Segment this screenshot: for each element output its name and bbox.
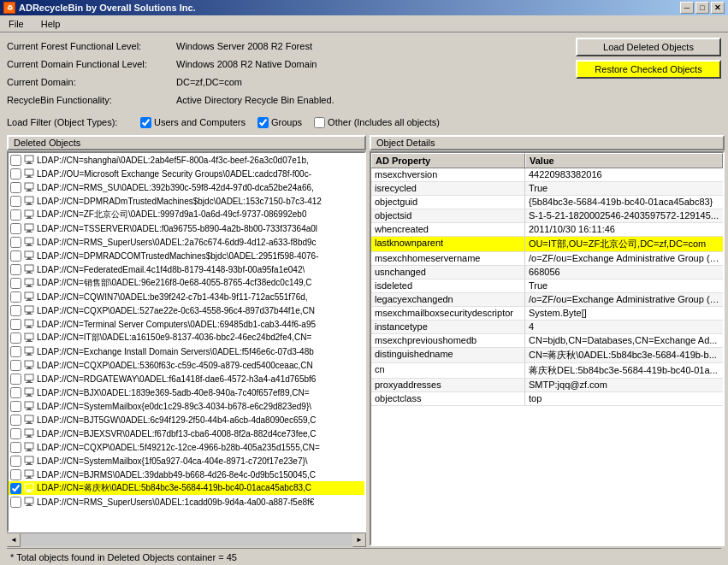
list-item[interactable]: LDAP://CN=BJRMS\0ADEL:39dabb49-b668-4d26…	[9, 468, 364, 481]
list-item-checkbox[interactable]	[10, 428, 21, 439]
list-item-checkbox[interactable]	[10, 223, 21, 234]
list-item[interactable]: LDAP://CN=RMS_SuperUsers\0ADEL:1cadd09b-…	[9, 495, 364, 509]
list-item-checkbox[interactable]	[10, 456, 21, 467]
svg-rect-14	[26, 218, 33, 219]
svg-rect-70	[27, 476, 31, 478]
list-item-checkbox[interactable]	[10, 469, 21, 480]
list-item[interactable]: LDAP://CN=RMS_SuperUsers\0ADEL:2a76c674-…	[9, 235, 364, 249]
other-checkbox[interactable]	[314, 117, 325, 128]
list-item-checkbox[interactable]	[10, 305, 21, 316]
domain-level-row: Current Domain Functional Level: Windows…	[7, 56, 565, 73]
svg-rect-10	[27, 203, 31, 204]
list-item[interactable]: LDAP://CN=CQXP\0ADEL:5f49212c-12ce-4966-…	[9, 440, 364, 454]
list-item-checkbox[interactable]	[10, 442, 21, 453]
list-item-checkbox[interactable]	[10, 264, 21, 275]
list-item[interactable]: LDAP://CN=BJEXSVR\0ADEL:f67dbf13-cba6-40…	[9, 427, 364, 440]
list-item-checkbox[interactable]	[10, 209, 21, 221]
left-horizontal-scrollbar[interactable]: ◄ ►	[7, 533, 366, 546]
list-item[interactable]: LDAP://CN=TSSERVER\0ADEL:f0a96755-b890-4…	[9, 221, 364, 235]
right-panel: Object Details AD Property Value msexchv…	[370, 135, 725, 546]
groups-checkbox[interactable]	[257, 117, 269, 128]
svg-rect-18	[25, 238, 33, 244]
list-item[interactable]: LDAP://CN=CQXP\0ADEL:5360f63c-c59c-4509-…	[9, 358, 364, 372]
svg-rect-49	[27, 380, 31, 382]
list-item-text: LDAP://CN=BJEXSVR\0ADEL:f67dbf13-cba6-40…	[37, 429, 317, 438]
list-item-checkbox[interactable]	[10, 182, 21, 193]
load-deleted-button[interactable]: Load Deleted Objects	[576, 38, 721, 56]
list-item-checkbox[interactable]	[10, 360, 21, 371]
main-window: Current Forest Functional Level: Windows…	[0, 32, 728, 565]
details-scroll[interactable]: msexchversion44220983382016isrecycledTru…	[371, 168, 723, 544]
list-item-checkbox[interactable]	[10, 497, 21, 508]
list-item[interactable]: LDAP://CN=SystemMailbox{1f05a927-04ca-40…	[9, 454, 364, 468]
list-item-icon	[23, 386, 35, 398]
list-item-checkbox[interactable]	[10, 237, 21, 248]
list-item-text: LDAP://CN=shanghai\0ADEL:2ab4ef5F-800a-4…	[37, 156, 309, 165]
list-item[interactable]: LDAP://OU=Microsoft Exchange Security Gr…	[9, 167, 364, 180]
list-item-checkbox[interactable]	[10, 374, 21, 385]
value-cell: top	[525, 392, 723, 405]
title-bar: ♻ ADRecycleBin by Overall Solutions Inc.…	[0, 0, 728, 15]
list-item-icon	[23, 373, 35, 385]
list-item-checkbox[interactable]	[10, 415, 21, 426]
value-cell: System.Byte[]	[525, 307, 723, 320]
list-item[interactable]: LDAP://CN=DPMRADmTrustedMachines$bjdc\0A…	[9, 194, 364, 208]
list-item[interactable]: LDAP://CN=销售部\0ADEL:96e216f8-0e68-4055-8…	[9, 276, 364, 290]
list-item-checkbox[interactable]	[10, 155, 21, 166]
list-item[interactable]: LDAP://CN=RDGATEWAY\0ADEL:f6a1418f-dae6-…	[9, 372, 364, 385]
list-item[interactable]: LDAP://CN=shanghai\0ADEL:2ab4ef5F-800a-4…	[9, 153, 364, 167]
recyclebin-label: RecycleBin Functionality:	[7, 95, 169, 105]
menu-help[interactable]: Help	[36, 17, 66, 31]
list-item-checkbox[interactable]	[10, 291, 21, 303]
restore-checked-button[interactable]: Restore Checked Objects	[576, 60, 721, 79]
list-item-checkbox[interactable]	[10, 387, 21, 398]
list-item[interactable]: LDAP://CN=FederatedEmail.4c1f4d8b-8179-4…	[9, 262, 364, 276]
list-item[interactable]: LDAP://CN=SystemMailbox{e0dc1c29-89c3-40…	[9, 399, 364, 413]
value-column-header[interactable]: Value	[525, 153, 723, 168]
list-item[interactable]: LDAP://CN=IT部\0ADEL:a16150e9-8137-4036-b…	[9, 331, 364, 344]
forest-level-row: Current Forest Functional Level: Windows…	[7, 38, 565, 55]
list-item[interactable]: LDAP://CN=CQWIN7\0ADEL:be39f242-c7b1-434…	[9, 290, 364, 303]
list-item[interactable]: LDAP://CN=蒋庆秋\0ADEL:5b84bc3e-5684-419b-b…	[9, 481, 364, 495]
users-computers-checkbox[interactable]	[140, 117, 151, 128]
scroll-left-btn[interactable]: ◄	[7, 533, 21, 547]
details-header: AD Property Value	[371, 153, 723, 168]
list-item[interactable]: LDAP://CN=ZF北京公司\0ADEL:9997d9a1-0a6d-49c…	[9, 208, 364, 221]
svg-rect-2	[26, 163, 33, 164]
svg-rect-46	[27, 367, 31, 368]
close-button[interactable]: ✕	[711, 2, 725, 14]
svg-rect-33	[25, 306, 33, 312]
status-bar: * Total objects found in Deleted Objects…	[7, 548, 721, 565]
scroll-track[interactable]	[21, 533, 352, 546]
svg-rect-11	[26, 204, 33, 205]
menu-file[interactable]: File	[3, 17, 29, 31]
list-item[interactable]: LDAP://CN=CQXP\0ADEL:527ae22e-0c63-4558-…	[9, 303, 364, 317]
list-item[interactable]: LDAP://CN=BJX\0ADEL:1839e369-5adb-40e8-9…	[9, 385, 364, 399]
list-item-checkbox[interactable]	[10, 319, 21, 330]
svg-rect-69	[25, 470, 33, 476]
list-item-icon	[23, 209, 35, 221]
list-item-checkbox[interactable]	[10, 401, 21, 412]
deleted-objects-scroll[interactable]: LDAP://CN=shanghai\0ADEL:2ab4ef5F-800a-4…	[9, 153, 364, 531]
list-item[interactable]: LDAP://CN=BJT5GW\0ADEL:6c94f129-2f50-44b…	[9, 413, 364, 427]
value-cell: True	[525, 182, 723, 195]
list-item-checkbox[interactable]	[10, 196, 21, 207]
property-cell: msexchhomeservername	[371, 252, 525, 265]
list-item-text: LDAP://CN=CQWIN7\0ADEL:be39f242-c7b1-434…	[37, 292, 308, 302]
list-item[interactable]: LDAP://CN=DPMRADCOMTrustedMachines$bjdc\…	[9, 249, 364, 262]
list-item[interactable]: LDAP://CN=Exchange Install Domain Server…	[9, 344, 364, 358]
status-text: * Total objects found in Deleted Objects…	[10, 552, 237, 562]
list-item-checkbox[interactable]	[10, 346, 21, 357]
minimize-button[interactable]: ─	[680, 2, 694, 14]
list-item-checkbox[interactable]	[10, 483, 21, 494]
list-item-checkbox[interactable]	[10, 278, 21, 289]
left-panel: Deleted Objects LDAP://CN=shanghai\0ADEL…	[7, 135, 366, 546]
list-item-checkbox[interactable]	[10, 250, 21, 262]
list-item[interactable]: LDAP://CN=RMS_SU\0ADEL:392b390c-59f8-42d…	[9, 180, 364, 194]
property-column-header[interactable]: AD Property	[371, 153, 525, 168]
list-item[interactable]: LDAP://CN=Terminal Server Computers\0ADE…	[9, 317, 364, 331]
list-item-checkbox[interactable]	[10, 168, 21, 180]
list-item-checkbox[interactable]	[10, 333, 21, 344]
scroll-right-btn[interactable]: ►	[352, 533, 366, 547]
maximize-button[interactable]: □	[695, 2, 709, 14]
